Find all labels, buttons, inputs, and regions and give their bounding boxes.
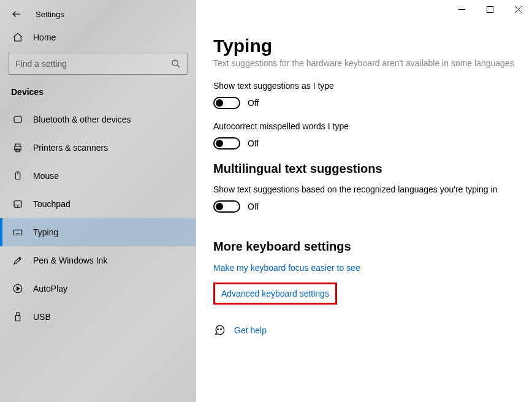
highlight-box: Advanced keyboard settings: [213, 283, 337, 305]
toggle-state: Off: [248, 202, 259, 211]
main-pane: Typing Text suggestions for the hardware…: [196, 0, 532, 402]
home-icon: [11, 32, 25, 43]
sidebar-item-bluetooth[interactable]: Bluetooth & other devices: [0, 105, 196, 134]
setting-label-multilingual: Show text suggestions based on the recog…: [213, 184, 515, 194]
toggle-autocorrect[interactable]: [213, 137, 240, 150]
sidebar-item-typing[interactable]: Typing: [0, 218, 196, 246]
help-icon: [213, 324, 226, 336]
svg-point-12: [221, 328, 222, 330]
touchpad-icon: [11, 199, 25, 210]
svg-point-0: [172, 60, 178, 66]
minimize-button[interactable]: [447, 0, 476, 18]
pen-icon: [11, 255, 25, 266]
back-button[interactable]: [11, 9, 22, 20]
mouse-icon: [11, 170, 25, 181]
nav-label: Printers & scanners: [33, 143, 108, 153]
category-header: Devices: [0, 83, 196, 105]
setting-label-autocorrect: Autocorrect misspelled words I type: [213, 121, 515, 131]
sidebar-item-pen[interactable]: Pen & Windows Ink: [0, 246, 196, 275]
svg-point-11: [218, 328, 219, 330]
page-title: Typing: [213, 36, 515, 56]
nav-label: Pen & Windows Ink: [33, 256, 107, 265]
keyboard-icon: [11, 227, 25, 238]
toggle-multilingual[interactable]: [213, 200, 240, 213]
nav-label: Typing: [33, 227, 58, 237]
sidebar-item-touchpad[interactable]: Touchpad: [0, 190, 196, 218]
nav-label: AutoPlay: [33, 284, 67, 294]
bluetooth-icon: [11, 114, 25, 125]
app-title: Settings: [36, 10, 64, 19]
home-nav-item[interactable]: Home: [0, 26, 196, 49]
close-button[interactable]: [504, 0, 532, 18]
window-controls: [196, 0, 532, 21]
svg-rect-9: [15, 316, 20, 321]
link-keyboard-focus[interactable]: Make my keyboard focus easier to see: [213, 263, 360, 273]
svg-rect-10: [487, 6, 493, 12]
nav-label: Bluetooth & other devices: [33, 115, 131, 124]
nav-label: Mouse: [33, 171, 59, 181]
sidebar-item-autoplay[interactable]: AutoPlay: [0, 275, 196, 303]
printer-icon: [11, 142, 25, 153]
link-get-help[interactable]: Get help: [234, 325, 267, 335]
setting-label-text-suggestions: Show text suggestions as I type: [213, 81, 515, 91]
section-multilingual: Multilingual text suggestions: [213, 162, 515, 176]
sidebar-item-printers[interactable]: Printers & scanners: [0, 134, 196, 162]
maximize-button[interactable]: [476, 0, 504, 18]
link-advanced-keyboard[interactable]: Advanced keyboard settings: [221, 289, 329, 298]
search-icon: [171, 59, 181, 69]
nav-label: USB: [33, 312, 51, 322]
sidebar-item-mouse[interactable]: Mouse: [0, 162, 196, 190]
toggle-text-suggestions[interactable]: [213, 97, 240, 109]
svg-rect-3: [16, 149, 20, 152]
svg-rect-2: [15, 146, 21, 150]
truncated-description: Text suggestions for the hardware keyboa…: [213, 58, 515, 70]
search-input[interactable]: [15, 59, 171, 69]
nav-list: Bluetooth & other devices Printers & sca…: [0, 105, 196, 331]
sidebar: Settings Home Devices: [0, 0, 196, 402]
autoplay-icon: [11, 283, 25, 294]
svg-rect-6: [13, 230, 22, 235]
section-more-keyboard: More keyboard settings: [213, 240, 515, 254]
toggle-state: Off: [248, 98, 259, 108]
svg-rect-8: [17, 313, 20, 316]
sidebar-item-usb[interactable]: USB: [0, 303, 196, 331]
home-label: Home: [33, 32, 56, 42]
usb-icon: [11, 311, 25, 322]
search-box[interactable]: [9, 53, 188, 75]
nav-label: Touchpad: [33, 199, 70, 209]
toggle-state: Off: [248, 138, 259, 148]
